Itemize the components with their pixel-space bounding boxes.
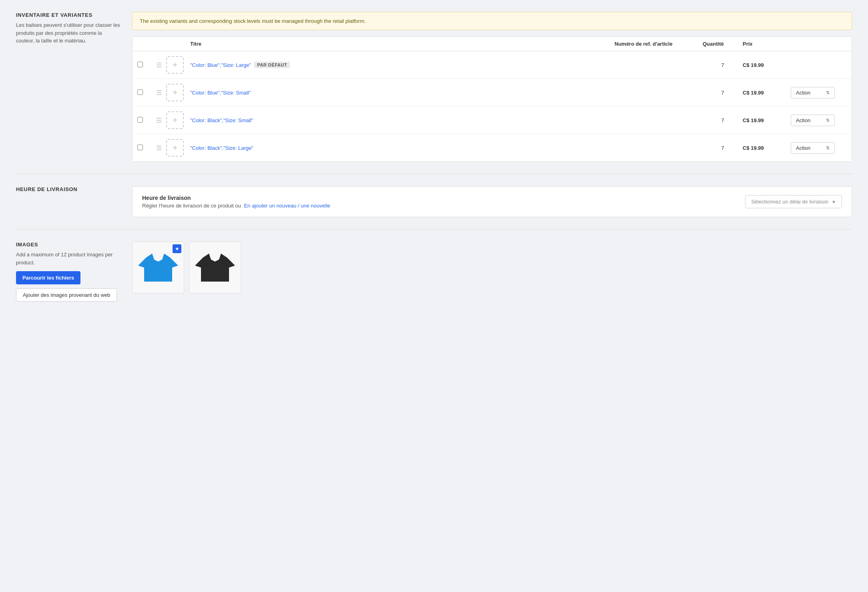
alert-banner: The existing variants and corresponding … <box>132 12 852 30</box>
delivery-description-before: Régler l'heure de livraison de ce produi… <box>142 203 241 209</box>
images-label: IMAGES Add a maximum of 12 product image… <box>16 242 120 302</box>
header-prix: Prix <box>743 41 791 47</box>
row4-title-link[interactable]: "Color: Black","Size: Large" <box>190 145 253 151</box>
row4-drag-handle[interactable]: ☰ <box>152 144 166 152</box>
inventaire-description: Les balises peuvent s'utiliser pour clas… <box>16 21 120 45</box>
row2-add-image[interactable]: + <box>166 84 184 101</box>
row4-checkbox-cell <box>137 145 152 151</box>
row1-checkbox-cell <box>137 62 152 68</box>
row1-quantity: 7 <box>703 62 743 68</box>
delivery-card: Heure de livraison Régler l'heure de liv… <box>132 186 852 217</box>
svg-marker-0 <box>138 254 178 282</box>
row2-drag-handle[interactable]: ☰ <box>152 89 166 97</box>
row1-default-badge: PAR DÉFAUT <box>254 62 290 68</box>
row3-price: C$ 19.99 <box>743 117 791 123</box>
row2-price: C$ 19.99 <box>743 90 791 96</box>
row1-checkbox[interactable] <box>137 62 143 67</box>
row2-action-button[interactable]: Action ⇅ <box>791 87 835 99</box>
images-title: IMAGES <box>16 242 120 248</box>
row3-image-cell: + <box>166 111 190 129</box>
blue-tshirt-svg <box>138 248 178 288</box>
table-row: ☰ + "Color: Blue","Size: Large" PAR DÉFA… <box>133 51 852 79</box>
black-tshirt-svg <box>195 248 235 288</box>
images-section: IMAGES Add a maximum of 12 product image… <box>16 242 852 314</box>
row1-image-cell: + <box>166 56 190 74</box>
row4-action-button[interactable]: Action ⇅ <box>791 142 835 154</box>
row1-price: C$ 19.99 <box>743 62 791 68</box>
image-thumb-blue[interactable]: ★ <box>132 242 184 294</box>
row2-action-label: Action <box>796 90 810 96</box>
row3-title-cell: "Color: Black","Size: Small" <box>190 117 615 123</box>
row2-checkbox[interactable] <box>137 89 143 95</box>
livraison-section: HEURE DE LIVRAISON Heure de livraison Ré… <box>16 186 852 230</box>
inventaire-title: INVENTAIRE ET VARIANTES <box>16 12 120 18</box>
row4-image-cell: + <box>166 139 190 157</box>
livraison-title: HEURE DE LIVRAISON <box>16 186 120 192</box>
header-quantite: Quantité <box>703 41 743 47</box>
variants-table: Titre Numéro de ref. d'article Quantité … <box>132 36 852 162</box>
row3-checkbox[interactable] <box>137 117 143 123</box>
livraison-content: Heure de livraison Régler l'heure de liv… <box>132 186 852 217</box>
header-titre: Titre <box>190 41 615 47</box>
row1-add-image[interactable]: + <box>166 56 184 74</box>
row1-drag-handle[interactable]: ☰ <box>152 61 166 69</box>
star-badge: ★ <box>173 244 181 253</box>
row3-action-button[interactable]: Action ⇅ <box>791 115 835 126</box>
row4-add-image[interactable]: + <box>166 139 184 157</box>
table-header: Titre Numéro de ref. d'article Quantité … <box>133 37 852 51</box>
row4-action-cell: Action ⇅ <box>791 142 847 154</box>
browse-files-button[interactable]: Parcourir les fichiers <box>16 271 80 284</box>
inventaire-label: INVENTAIRE ET VARIANTES Les balises peuv… <box>16 12 120 162</box>
header-ref: Numéro de ref. d'article <box>615 41 703 47</box>
row3-action-label: Action <box>796 117 810 123</box>
delivery-select-placeholder: Sélectionnez un délai de livraison <box>751 199 828 205</box>
inventaire-section: INVENTAIRE ET VARIANTES Les balises peuv… <box>16 12 852 174</box>
row2-title-cell: "Color: Blue","Size: Small" <box>190 90 615 96</box>
row4-title-cell: "Color: Black","Size: Large" <box>190 145 615 151</box>
delivery-add-link[interactable]: En ajouter un nouveau / une nouvelle <box>244 203 330 209</box>
inventaire-content: The existing variants and corresponding … <box>132 12 852 162</box>
image-thumb-black[interactable] <box>189 242 241 294</box>
add-web-images-button[interactable]: Ajouter des images provenant du web <box>16 288 117 302</box>
delivery-card-info: Heure de livraison Régler l'heure de liv… <box>142 195 330 209</box>
row4-chevron-icon: ⇅ <box>826 145 830 151</box>
row2-title-link[interactable]: "Color: Blue","Size: Small" <box>190 90 251 96</box>
row3-checkbox-cell <box>137 117 152 124</box>
chevron-down-icon: ▼ <box>832 199 836 204</box>
delivery-card-title: Heure de livraison <box>142 195 330 201</box>
row4-price: C$ 19.99 <box>743 145 791 151</box>
images-content: ★ <box>132 242 852 302</box>
table-row: ☰ + "Color: Black","Size: Small" 7 C$ 19… <box>133 107 852 134</box>
livraison-label: HEURE DE LIVRAISON <box>16 186 120 217</box>
row2-checkbox-cell <box>137 89 152 96</box>
row2-chevron-icon: ⇅ <box>826 90 830 95</box>
row3-drag-handle[interactable]: ☰ <box>152 117 166 124</box>
row2-image-cell: + <box>166 84 190 101</box>
row3-quantity: 7 <box>703 117 743 123</box>
row3-chevron-icon: ⇅ <box>826 118 830 123</box>
images-description: Add a maximum of 12 product images per p… <box>16 251 120 266</box>
row4-action-label: Action <box>796 145 810 151</box>
table-row: ☰ + "Color: Black","Size: Large" 7 C$ 19… <box>133 134 852 161</box>
image-thumbnails: ★ <box>132 242 852 294</box>
row1-title-link[interactable]: "Color: Blue","Size: Large" <box>190 62 251 68</box>
row1-title-cell: "Color: Blue","Size: Large" PAR DÉFAUT <box>190 62 615 68</box>
row2-action-cell: Action ⇅ <box>791 87 847 99</box>
svg-marker-1 <box>195 254 235 282</box>
row4-quantity: 7 <box>703 145 743 151</box>
delivery-select-button[interactable]: Sélectionnez un délai de livraison ▼ <box>745 195 842 208</box>
row3-action-cell: Action ⇅ <box>791 115 847 126</box>
row3-title-link[interactable]: "Color: Black","Size: Small" <box>190 117 253 123</box>
row3-add-image[interactable]: + <box>166 111 184 129</box>
row2-quantity: 7 <box>703 90 743 96</box>
table-row: ☰ + "Color: Blue","Size: Small" 7 C$ 19.… <box>133 79 852 107</box>
row4-checkbox[interactable] <box>137 145 143 150</box>
delivery-card-description: Régler l'heure de livraison de ce produi… <box>142 203 330 209</box>
